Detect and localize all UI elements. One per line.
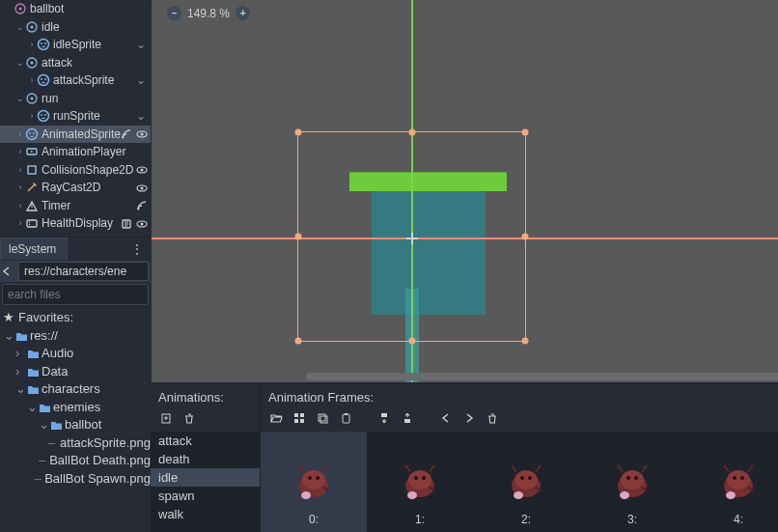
frame-thumbnail-icon xyxy=(715,459,762,505)
folder-icon xyxy=(37,401,50,413)
fs-folder-Data[interactable]: ›Data xyxy=(0,362,151,380)
frame-item[interactable]: 3: xyxy=(579,432,685,532)
expand-icon[interactable]: › xyxy=(27,111,37,121)
fs-file-attackSprite.png[interactable]: –attackSprite.png xyxy=(0,434,151,452)
pivot-gizmo[interactable] xyxy=(412,238,413,239)
resize-handle[interactable] xyxy=(408,338,415,345)
sprite-icon xyxy=(37,73,50,87)
fs-label: attackSprite.png xyxy=(60,435,151,450)
fs-file-BallBot Death.png[interactable]: –BallBot Death.png xyxy=(0,452,151,470)
expand-icon[interactable]: ⌄ xyxy=(15,381,25,396)
expand-icon[interactable]: › xyxy=(15,165,25,175)
dock-menu-icon[interactable]: ⋮ xyxy=(131,242,143,256)
scene-node-HealthDisplay[interactable]: ›HealthDisplay xyxy=(0,214,151,233)
frame-item[interactable]: 4: xyxy=(685,432,778,532)
animation-item-death[interactable]: death xyxy=(151,450,260,468)
fs-folder-enemies[interactable]: ⌄enemies xyxy=(0,398,151,416)
scene-node-run[interactable]: ⌄run xyxy=(0,90,151,108)
collapse-icon[interactable]: ⌄ xyxy=(133,109,149,123)
script-badge-icon[interactable] xyxy=(118,217,133,230)
node-label: AnimationPlayer xyxy=(42,145,151,158)
fs-folder-characters[interactable]: ⌄characters xyxy=(0,380,151,399)
expand-icon[interactable]: › xyxy=(15,147,25,156)
fs-file-BallBot Spawn.png[interactable]: –BallBot Spawn.png xyxy=(0,469,151,488)
expand-icon[interactable]: ⌄ xyxy=(39,417,48,432)
expand-icon[interactable]: ⌄ xyxy=(27,400,37,414)
paste-icon[interactable] xyxy=(338,410,353,426)
expand-icon[interactable]: ⌄ xyxy=(15,94,25,103)
folder-icon xyxy=(48,418,62,431)
insert-after-icon[interactable] xyxy=(400,410,415,426)
fs-folder-ballbot[interactable]: ⌄ballbot xyxy=(0,416,151,434)
visibility-icon[interactable] xyxy=(133,182,149,194)
scene-node-AnimationPlayer[interactable]: ›AnimationPlayer xyxy=(0,143,151,161)
scene-node-idleSprite[interactable]: ›idleSprite⌄ xyxy=(0,36,151,54)
resize-handle[interactable] xyxy=(295,234,302,240)
expand-icon[interactable]: › xyxy=(15,201,25,210)
move-right-icon[interactable] xyxy=(461,410,477,426)
resize-handle[interactable] xyxy=(295,129,302,136)
add-from-grid-icon[interactable] xyxy=(292,410,307,426)
path-input[interactable] xyxy=(18,262,149,281)
script-icon xyxy=(25,216,39,230)
resize-handle[interactable] xyxy=(295,338,302,345)
scene-node-AnimatedSprite[interactable]: ›AnimatedSprite xyxy=(0,126,151,144)
shape-icon xyxy=(25,163,39,177)
collapse-icon[interactable]: ⌄ xyxy=(133,38,149,51)
visibility-icon[interactable] xyxy=(133,217,149,230)
expand-icon[interactable]: › xyxy=(15,364,25,378)
resize-handle[interactable] xyxy=(522,338,529,345)
frame-item[interactable]: 0: xyxy=(261,432,367,532)
collapse-icon[interactable]: ⌄ xyxy=(133,73,149,87)
animation-item-attack[interactable]: attack xyxy=(151,432,260,450)
zoom-out-button[interactable]: – xyxy=(167,6,181,20)
tab-filesystem[interactable]: leSystem xyxy=(0,238,68,260)
path-back-icon[interactable] xyxy=(0,265,14,278)
expand-icon[interactable]: ⌄ xyxy=(15,22,25,32)
expand-icon[interactable]: ⌄ xyxy=(4,328,14,343)
visibility-icon[interactable] xyxy=(133,127,149,140)
scene-node-ballbot[interactable]: ballbot xyxy=(0,0,151,18)
visibility-icon[interactable] xyxy=(133,163,149,176)
expand-icon[interactable]: › xyxy=(15,346,25,360)
fs-folder-res://[interactable]: ⌄res:// xyxy=(0,326,151,345)
expand-icon[interactable]: › xyxy=(15,129,25,139)
scene-node-attack[interactable]: ⌄attack xyxy=(0,54,151,72)
zoom-in-button[interactable]: + xyxy=(236,6,250,20)
signal-icon[interactable] xyxy=(118,127,133,140)
expand-icon[interactable]: › xyxy=(15,218,25,228)
resize-handle[interactable] xyxy=(522,234,529,240)
scene-node-Timer[interactable]: ›Timer xyxy=(0,197,151,215)
scene-node-RayCast2D[interactable]: ›RayCast2D xyxy=(0,179,151,197)
zoom-value[interactable]: 149.8 % xyxy=(187,7,230,20)
fs-folder-Audio[interactable]: ›Audio xyxy=(0,345,151,363)
expand-icon[interactable]: › xyxy=(27,40,37,49)
copy-icon[interactable] xyxy=(315,410,330,426)
animation-item-spawn[interactable]: spawn xyxy=(151,487,260,505)
delete-animation-button[interactable] xyxy=(181,410,197,426)
expand-icon[interactable]: › xyxy=(15,182,25,192)
scene-node-runSprite[interactable]: ›runSprite⌄ xyxy=(0,107,151,126)
scene-node-idle[interactable]: ⌄idle xyxy=(0,18,151,37)
signal-icon[interactable] xyxy=(133,199,149,211)
open-folder-icon[interactable] xyxy=(268,410,284,426)
scrollbar-horizontal[interactable] xyxy=(306,373,778,380)
scene-node-CollisionShape2D[interactable]: ›CollisionShape2D xyxy=(0,161,151,180)
resize-handle[interactable] xyxy=(522,129,529,136)
expand-icon[interactable]: › xyxy=(27,75,37,85)
new-animation-button[interactable] xyxy=(158,410,174,426)
fs-label: res:// xyxy=(30,328,58,343)
animation-item-walk[interactable]: walk xyxy=(151,505,260,523)
node-label: attack xyxy=(42,56,151,70)
expand-icon[interactable]: ⌄ xyxy=(15,58,25,68)
move-left-icon[interactable] xyxy=(438,410,454,426)
resize-handle[interactable] xyxy=(408,129,415,136)
animations-label: Animations: xyxy=(151,384,260,408)
filter-input[interactable] xyxy=(3,288,157,301)
scene-node-attackSprite[interactable]: ›attackSprite⌄ xyxy=(0,71,151,90)
insert-before-icon[interactable] xyxy=(376,410,392,426)
delete-frame-icon[interactable] xyxy=(485,410,500,426)
frame-item[interactable]: 1: xyxy=(367,432,473,532)
animation-item-idle[interactable]: idle xyxy=(151,468,260,487)
frame-item[interactable]: 2: xyxy=(473,432,579,532)
